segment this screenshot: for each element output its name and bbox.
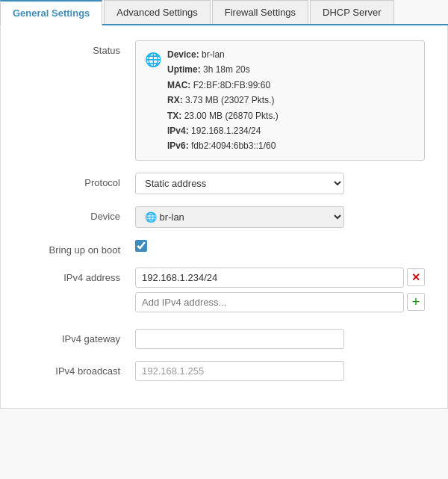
status-label: Status [16,40,135,56]
status-box: 🌐 Device: br-lan Uptime: 3h 18m 20s MAC:… [135,40,425,161]
bring-up-row: Bring up on boot [16,240,425,256]
ipv4-broadcast-row: IPv4 broadcast [16,361,425,381]
ipv4-gateway-input[interactable] [135,329,344,349]
tabs-bar: General Settings Advanced Settings Firew… [0,0,448,25]
tab-advanced[interactable]: Advanced Settings [104,0,210,24]
form-content: Status 🌐 Device: br-lan Uptime: 3h 18m 2… [0,25,448,409]
status-mac-label: MAC: [167,80,190,90]
ipv4-broadcast-control [135,361,425,381]
ipv4-gateway-control [135,329,425,349]
protocol-label: Protocol [16,173,135,188]
ipv4-address-input[interactable] [135,268,404,288]
bring-up-checkbox[interactable] [135,240,147,252]
device-row: Device 🌐 br-lan [16,206,425,228]
tab-firewall[interactable]: Firewall Settings [212,0,308,24]
ipv4-remove-button[interactable]: ✕ [407,268,425,286]
status-mac-value: F2:BF:8D:FB:99:60 [193,80,270,90]
status-row: Status 🌐 Device: br-lan Uptime: 3h 18m 2… [16,40,425,161]
protocol-select[interactable]: Static address DHCP client PPPoE None [135,173,344,194]
device-label: Device [16,206,135,222]
status-rx-label: RX: [167,95,183,105]
tab-dhcp[interactable]: DHCP Server [310,0,394,24]
ipv4-gateway-label: IPv4 gateway [16,329,135,344]
status-details: Device: br-lan Uptime: 3h 18m 20s MAC: F… [167,47,279,154]
ipv4-broadcast-label: IPv4 broadcast [16,361,135,377]
ipv4-broadcast-input[interactable] [135,361,344,381]
status-device-value: br-lan [202,49,225,60]
ipv4-add-button[interactable]: + [407,293,425,311]
status-ipv6-label: IPv6: [167,140,189,151]
protocol-control: Static address DHCP client PPPoE None [135,173,425,194]
ipv4-address-row: IPv4 address ✕ + [16,268,425,317]
ipv4-address-control: ✕ + [135,268,425,317]
status-device-label: Device: [167,49,199,60]
ipv4-add-input[interactable] [135,292,404,312]
ipv4-address-label: IPv4 address [16,268,135,283]
status-uptime-value: 3h 18m 20s [203,64,250,75]
status-rx-value: 3.73 MB (23027 Pkts.) [185,95,274,105]
ipv4-gateway-row: IPv4 gateway [16,329,425,349]
bring-up-label: Bring up on boot [16,240,135,256]
protocol-row: Protocol Static address DHCP client PPPo… [16,173,425,194]
status-box-area: 🌐 Device: br-lan Uptime: 3h 18m 20s MAC:… [135,40,425,161]
status-tx-label: TX: [167,111,181,121]
device-control: 🌐 br-lan [135,206,425,228]
status-ipv4-label: IPv4: [167,126,189,136]
status-network-icon: 🌐 [145,49,161,72]
status-tx-value: 23.00 MB (26870 Pkts.) [184,111,279,121]
ipv4-add-row: + [135,292,425,312]
status-ipv6-value: fdb2:4094:6bb3::1/60 [191,140,276,151]
device-select[interactable]: 🌐 br-lan [135,206,344,228]
status-ipv4-value: 192.168.1.234/24 [191,126,261,136]
status-uptime-label: Uptime: [167,64,201,75]
bring-up-control [135,240,425,254]
tab-general[interactable]: General Settings [0,0,102,25]
ipv4-existing-row: ✕ [135,268,425,288]
